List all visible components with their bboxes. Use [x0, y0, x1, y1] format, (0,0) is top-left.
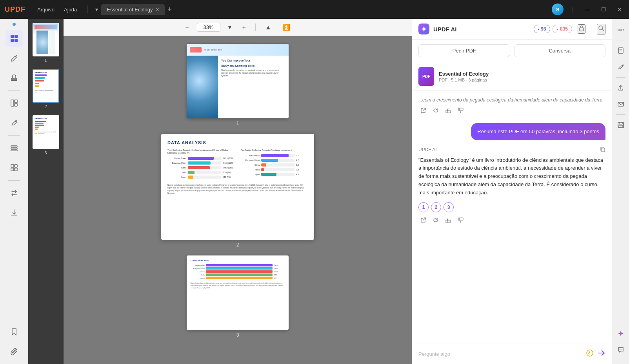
bar-fill-r1	[261, 154, 289, 157]
svg-rect-1	[15, 35, 18, 38]
svg-rect-22	[447, 220, 451, 223]
file-details: Essential of Ecology PDF · 5.1 MB · 3 pá…	[439, 71, 605, 82]
page-3-number: 3	[236, 332, 239, 338]
thumb-2[interactable]: DATA ANALYSIS Natural capital use and de…	[33, 69, 59, 109]
ai-badge-doc-icon: ▪	[557, 27, 558, 31]
zoom-in-btn[interactable]: +	[239, 22, 249, 33]
ai-send-btn[interactable]	[597, 349, 605, 359]
page-ref-1[interactable]: 1	[418, 202, 429, 212]
external-link-btn-1[interactable]	[418, 106, 428, 117]
bar-track-r2	[261, 159, 295, 162]
menu-ajuda[interactable]: Ajuda	[60, 5, 81, 14]
page2-footer: Natural capital use and degradation: tot…	[167, 184, 308, 195]
sidebar-forms-btn[interactable]	[5, 139, 23, 157]
ai-copy-btn[interactable]	[600, 147, 605, 153]
sidebar-convert-btn[interactable]	[5, 185, 23, 202]
sidebar-annotate-btn[interactable]	[5, 49, 23, 67]
save-btn[interactable]	[614, 118, 628, 132]
svg-rect-26	[618, 48, 623, 53]
page-ref-3[interactable]: 3	[444, 202, 454, 212]
right-sidebar-bottom	[614, 326, 628, 360]
page-extract-btn[interactable]	[614, 43, 628, 58]
page1-globe	[187, 56, 218, 118]
thumb-1[interactable]: 1	[33, 23, 59, 63]
page-2-number: 2	[236, 242, 239, 248]
svg-rect-9	[11, 146, 17, 147]
user-message: Resuma este PDF em 50 palavras, incluind…	[418, 123, 605, 140]
share-btn[interactable]	[614, 81, 628, 95]
ai-title: UPDF AI	[433, 26, 530, 33]
pdf-pages-area[interactable]: Header content here You Can Improve Your…	[64, 36, 412, 364]
page-3: DATA ANALYSIS United States 2,810	[187, 255, 289, 330]
new-tab-btn[interactable]: +	[168, 5, 172, 14]
refresh-btn-2[interactable]	[431, 216, 440, 226]
pdf-toolbar: − 33% ▾ + ▲ ⏫	[64, 19, 412, 36]
thumb-img-1	[33, 23, 59, 56]
page1-header: Header content here	[187, 44, 289, 56]
sidebar-edit-btn[interactable]	[5, 114, 23, 131]
menu-arquivo[interactable]: Arquivo	[33, 5, 58, 14]
bar-val-r2: 4.7	[296, 159, 308, 161]
refresh-btn-1[interactable]	[431, 106, 440, 117]
thumbup-btn-1[interactable]	[444, 106, 453, 117]
msg-actions-1	[418, 106, 605, 117]
ai-assistant-btn[interactable]	[614, 326, 628, 340]
sidebar-sep-1	[8, 90, 20, 91]
minimize-btn[interactable]: —	[582, 5, 593, 13]
tab-label: Essential of Ecology	[107, 7, 153, 13]
external-link-btn-2[interactable]	[418, 216, 428, 226]
file-meta: PDF · 5.1 MB · 3 páginas	[439, 78, 605, 82]
ai-lock-btn[interactable]	[578, 24, 585, 34]
ai-badge-ai[interactable]: ▪ 98	[534, 25, 551, 33]
sidebar-bookmark-btn[interactable]	[5, 323, 23, 340]
bar-row-r5: Japan 4.8	[241, 173, 308, 176]
chat-btn[interactable]	[614, 343, 628, 357]
active-tab[interactable]: Essential of Ecology ×	[101, 4, 164, 15]
app-logo: UPDF	[5, 5, 25, 14]
zoom-out-btn[interactable]: −	[182, 22, 192, 33]
sidebar-attachment-btn[interactable]	[5, 343, 23, 360]
ai-response: UPDF AI "Essentials of Ecology" é um liv…	[418, 147, 605, 227]
bar-track-4	[188, 171, 221, 174]
bar-track-1	[188, 157, 221, 160]
ai-input-field[interactable]	[418, 351, 583, 357]
bar-row-r2: European Union 4.7	[241, 159, 308, 162]
thumb-img-2: DATA ANALYSIS Natural capital use and de…	[33, 69, 59, 103]
ai-badge-doc[interactable]: ▪ 835	[553, 25, 572, 33]
ocr-btn[interactable]: OCR	[614, 23, 628, 37]
sign-btn[interactable]	[614, 60, 628, 74]
ai-hint-btn[interactable]	[586, 349, 594, 359]
page-ref-2[interactable]: 2	[431, 202, 441, 212]
svg-rect-3	[15, 39, 18, 42]
ai-search-btn[interactable]	[597, 24, 605, 34]
thumb-3[interactable]: DATA ANALYSIS Lorem ipsum text goes here…	[33, 115, 59, 155]
svg-rect-15	[15, 168, 17, 171]
page-1-number: 1	[236, 121, 239, 126]
nav-top-btn[interactable]: ⏫	[279, 22, 293, 33]
maximize-btn[interactable]: ☐	[599, 5, 609, 13]
tab-pedir-pdf[interactable]: Pedir PDF	[418, 44, 510, 57]
zoom-display[interactable]: 33%	[197, 23, 220, 32]
thumbdown-btn-2[interactable]	[456, 216, 465, 226]
user-avatar[interactable]: S	[552, 4, 564, 15]
mail-btn[interactable]	[614, 97, 628, 111]
bar-fill-r2	[261, 159, 278, 162]
tab-conversa[interactable]: Conversa	[514, 44, 606, 57]
tab-dropdown[interactable]: ▾	[95, 6, 98, 13]
thumbdown-btn-1[interactable]	[456, 106, 465, 117]
ai-chat-area[interactable]: ...com o crescimento da pegada ecológica…	[412, 91, 612, 344]
thumb-2-heading: DATA ANALYSIS	[35, 71, 57, 73]
sidebar-organize-btn[interactable]	[5, 159, 23, 176]
nav-prev-btn[interactable]: ▲	[262, 22, 275, 33]
sidebar-stamp-btn[interactable]	[5, 69, 23, 86]
close-btn[interactable]: ✕	[615, 5, 624, 13]
sidebar-compress-btn[interactable]	[5, 204, 23, 221]
thumbup-btn-2[interactable]	[444, 216, 453, 226]
bar-fill-r4	[261, 168, 264, 171]
zoom-dropdown-btn[interactable]: ▾	[225, 22, 235, 33]
bar-label-3: China	[167, 167, 186, 169]
sidebar-layout-btn[interactable]	[5, 94, 23, 112]
svg-rect-30	[619, 125, 623, 127]
sidebar-thumbnail-btn[interactable]	[5, 30, 23, 47]
tab-close-btn[interactable]: ×	[156, 6, 159, 13]
